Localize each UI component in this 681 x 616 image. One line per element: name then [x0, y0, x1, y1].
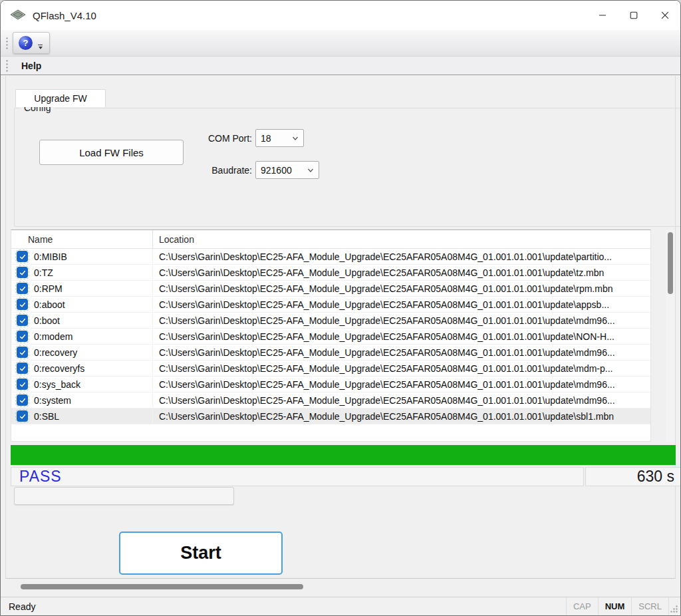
toolbar-button-group: ? — [13, 32, 50, 54]
com-port-select[interactable]: 18 — [255, 129, 304, 147]
window-title: QFlash_V4.10 — [33, 10, 96, 21]
row-checkbox[interactable] — [17, 251, 28, 262]
close-button[interactable] — [649, 1, 680, 30]
table-row[interactable]: 0:modemC:\Users\Garin\Desktop\EC25-AFA_M… — [11, 329, 650, 345]
window-controls — [587, 1, 680, 30]
row-checkbox[interactable] — [17, 315, 28, 326]
column-header-location[interactable]: Location — [153, 234, 650, 245]
table-row[interactable]: 0:MIBIBC:\Users\Garin\Desktop\EC25-AFA_M… — [11, 249, 650, 265]
close-icon — [661, 11, 669, 19]
partition-name-label: 0:system — [34, 395, 71, 406]
file-table-body: 0:MIBIBC:\Users\Garin\Desktop\EC25-AFA_M… — [11, 249, 650, 424]
tab-upgrade-fw[interactable]: Upgrade FW — [15, 89, 106, 107]
row-checkbox[interactable] — [17, 267, 28, 278]
chevron-down-icon — [292, 136, 299, 141]
qflash-window: QFlash_V4.10 ? Help Upgrade — [0, 0, 681, 616]
partition-name-label: 0:aboot — [34, 299, 65, 310]
partition-name-label: 0:RPM — [34, 283, 63, 294]
resize-grip-icon — [670, 605, 678, 613]
maximize-icon — [630, 11, 638, 19]
table-row[interactable]: 0:TZC:\Users\Garin\Desktop\EC25-AFA_Modu… — [11, 265, 650, 281]
partition-name-label: 0:MIBIB — [34, 251, 67, 262]
config-groupbox: Config — [14, 108, 680, 227]
elapsed-time-text: 630 s — [637, 468, 674, 486]
file-location-label: C:\Users\Garin\Desktop\EC25-AFA_Module_U… — [153, 347, 615, 358]
partition-name-label: 0:modem — [34, 331, 72, 342]
file-location-label: C:\Users\Garin\Desktop\EC25-AFA_Module_U… — [153, 411, 614, 422]
com-port-value: 18 — [261, 133, 271, 144]
row-checkbox[interactable] — [17, 283, 28, 294]
indicator-cap: CAP — [566, 597, 598, 615]
com-port-label: COM Port: — [187, 133, 252, 144]
table-row[interactable]: 0:abootC:\Users\Garin\Desktop\EC25-AFA_M… — [11, 297, 650, 313]
table-row[interactable]: 0:recoveryfsC:\Users\Garin\Desktop\EC25-… — [11, 361, 650, 377]
resize-grip[interactable] — [668, 597, 680, 615]
partition-name-label: 0:recovery — [34, 347, 77, 358]
file-location-label: C:\Users\Garin\Desktop\EC25-AFA_Module_U… — [153, 251, 612, 262]
status-bar: Ready CAPNUMSCRL — [1, 597, 680, 615]
statusbar-ready-text: Ready — [9, 601, 35, 612]
vertical-scrollbar-thumb[interactable] — [668, 232, 673, 294]
secondary-status-box — [14, 487, 234, 505]
partition-name-label: 0:TZ — [34, 267, 53, 278]
column-header-name[interactable]: Name — [11, 230, 153, 248]
menubar-grip[interactable] — [6, 59, 8, 73]
chevron-down-icon — [39, 47, 43, 49]
minimize-icon — [599, 11, 607, 19]
table-row[interactable]: 0:RPMC:\Users\Garin\Desktop\EC25-AFA_Mod… — [11, 281, 650, 297]
baudrate-select[interactable]: 921600 — [255, 161, 319, 179]
horizontal-scrollbar-thumb[interactable] — [21, 584, 303, 589]
status-panel: PASS — [11, 467, 584, 486]
baudrate-label: Baudrate: — [187, 165, 252, 176]
elapsed-time-panel: 630 s — [585, 467, 680, 486]
table-row[interactable]: 0:SBLC:\Users\Garin\Desktop\EC25-AFA_Mod… — [11, 408, 650, 424]
maximize-button[interactable] — [618, 1, 649, 30]
row-checkbox[interactable] — [17, 379, 28, 390]
file-location-label: C:\Users\Garin\Desktop\EC25-AFA_Module_U… — [153, 395, 615, 406]
file-location-label: C:\Users\Garin\Desktop\EC25-AFA_Module_U… — [153, 331, 614, 342]
client-area: Upgrade FW Config Load FW Files COM Port… — [1, 75, 680, 597]
partition-name-label: 0:boot — [34, 315, 60, 326]
flash-progress-bar — [11, 445, 676, 465]
file-location-label: C:\Users\Garin\Desktop\EC25-AFA_Module_U… — [153, 315, 615, 326]
start-button[interactable]: Start — [119, 532, 283, 575]
row-checkbox[interactable] — [17, 394, 28, 406]
chevron-down-icon — [307, 168, 314, 173]
load-fw-files-button[interactable]: Load FW Files — [39, 140, 184, 165]
file-location-label: C:\Users\Garin\Desktop\EC25-AFA_Module_U… — [153, 363, 613, 374]
file-table-header: Name Location — [11, 230, 650, 249]
table-row[interactable]: 0:bootC:\Users\Garin\Desktop\EC25-AFA_Mo… — [11, 313, 650, 329]
baudrate-value: 921600 — [261, 165, 292, 176]
partition-name-label: 0:recoveryfs — [34, 363, 84, 374]
table-row[interactable]: 0:recoveryC:\Users\Garin\Desktop\EC25-AF… — [11, 345, 650, 361]
toolbar: ? — [1, 30, 680, 57]
partition-name-label: 0:SBL — [34, 411, 59, 422]
statusbar-indicators: CAPNUMSCRL — [566, 597, 668, 615]
file-location-label: C:\Users\Garin\Desktop\EC25-AFA_Module_U… — [153, 379, 615, 390]
file-location-label: C:\Users\Garin\Desktop\EC25-AFA_Module_U… — [153, 267, 604, 278]
toolbar-grip[interactable] — [6, 37, 8, 50]
file-table: Name Location 0:MIBIBC:\Users\Garin\Desk… — [11, 230, 651, 442]
vertical-scrollbar[interactable] — [666, 230, 675, 442]
progress-bar-fill — [11, 445, 676, 465]
partition-name-label: 0:sys_back — [34, 379, 80, 390]
minimize-button[interactable] — [587, 1, 618, 30]
help-icon[interactable]: ? — [19, 36, 33, 50]
title-bar: QFlash_V4.10 — [1, 1, 680, 30]
row-checkbox[interactable] — [17, 410, 28, 422]
app-icon — [10, 9, 26, 22]
file-location-label: C:\Users\Garin\Desktop\EC25-AFA_Module_U… — [153, 299, 609, 310]
row-checkbox[interactable] — [17, 299, 28, 310]
table-row[interactable]: 0:systemC:\Users\Garin\Desktop\EC25-AFA_… — [11, 392, 650, 408]
row-checkbox[interactable] — [17, 347, 28, 358]
file-location-label: C:\Users\Garin\Desktop\EC25-AFA_Module_U… — [153, 283, 613, 294]
menu-item-help[interactable]: Help — [17, 59, 45, 73]
flash-status-text: PASS — [19, 468, 62, 486]
table-row[interactable]: 0:sys_backC:\Users\Garin\Desktop\EC25-AF… — [11, 377, 650, 392]
menu-bar: Help — [1, 57, 680, 75]
row-checkbox[interactable] — [17, 363, 28, 374]
indicator-scrl: SCRL — [631, 597, 668, 615]
row-checkbox[interactable] — [17, 331, 28, 342]
indicator-num: NUM — [598, 597, 632, 615]
toolbar-overflow-button[interactable] — [38, 37, 43, 49]
